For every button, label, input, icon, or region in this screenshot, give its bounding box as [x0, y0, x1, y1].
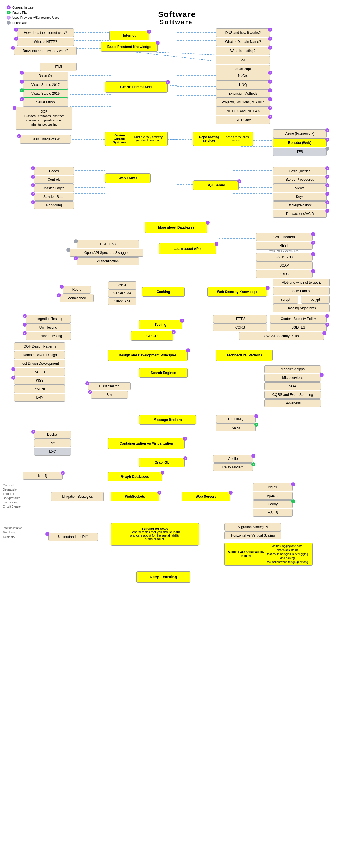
node-web-servers[interactable]: Web Servers — [182, 492, 230, 501]
node-arch-patterns[interactable]: Architectural Patterns — [216, 349, 273, 361]
node-unit-testing[interactable]: Unit Testing — [26, 323, 71, 332]
node-observability[interactable]: Building with Observability in mind Metr… — [224, 543, 313, 566]
node-serverless[interactable]: Serverless — [264, 399, 321, 407]
node-more-databases[interactable]: More about Databases — [145, 222, 207, 233]
node-internet[interactable]: Internet — [109, 31, 149, 40]
node-rendering[interactable]: Rendering — [34, 201, 74, 209]
node-https[interactable]: HTTPS — [213, 315, 267, 323]
node-tdd[interactable]: Test Driven Development — [14, 360, 65, 368]
node-http[interactable]: What is HTTP? — [17, 37, 74, 46]
node-elasticsearch[interactable]: Elasticsearch — [88, 382, 131, 390]
node-session[interactable]: Session State — [34, 193, 74, 200]
node-containerization[interactable]: Containerization vs Virtualization — [108, 438, 185, 449]
node-cors[interactable]: CORS — [213, 323, 267, 332]
node-vs2017[interactable]: Visual Studio 2017 — [23, 81, 68, 89]
node-solid[interactable]: SOLID — [14, 368, 65, 376]
node-redis[interactable]: Redis — [63, 286, 91, 293]
node-css[interactable]: CSS — [216, 56, 270, 64]
node-cicd[interactable]: CI / CD — [131, 331, 173, 341]
node-linq[interactable]: LINQ — [216, 81, 270, 89]
node-vs2019[interactable]: Visual Studio 2019 — [23, 89, 68, 98]
node-apache[interactable]: Apache — [253, 492, 293, 500]
node-graph-databases[interactable]: Graph Databases — [108, 472, 162, 482]
node-dns[interactable]: DNS and how it works? — [216, 28, 270, 37]
node-scrypt[interactable]: scrypt — [273, 296, 298, 304]
node-server-side[interactable]: Server Side — [108, 289, 136, 297]
node-html[interactable]: HTML — [40, 63, 77, 71]
node-md5[interactable]: MD5 and why not to use it — [273, 279, 329, 286]
node-openapi[interactable]: Open API Spec and Swagger — [70, 249, 143, 257]
node-stored-procs[interactable]: Stored Procedures — [273, 176, 327, 184]
node-vcs[interactable]: Version Control SystemsWhat are they and… — [105, 132, 168, 146]
node-pages[interactable]: Pages — [34, 167, 74, 175]
node-views[interactable]: Views — [273, 184, 327, 192]
node-content-security[interactable]: Content Security Policy — [270, 315, 327, 323]
node-sha[interactable]: SHA Family — [273, 287, 329, 295]
node-integration-testing[interactable]: Integration Testing — [26, 315, 71, 323]
node-owasp[interactable]: OWASP Security Risks — [239, 332, 324, 340]
node-masterpages[interactable]: Master Pages — [34, 184, 74, 192]
node-basic-queries[interactable]: Basic Queries — [273, 167, 327, 175]
node-cdn[interactable]: CDN — [108, 281, 136, 289]
node-authentication[interactable]: Authentication — [77, 257, 139, 265]
node-hateoas[interactable]: HATEOAS — [77, 240, 139, 248]
node-neo4j[interactable]: Neo4j — [23, 472, 63, 480]
node-microservices[interactable]: Microservices — [264, 374, 321, 382]
node-json-apis[interactable]: JSON APIs — [256, 253, 313, 261]
node-gof[interactable]: GOF Design Patterns — [14, 342, 65, 350]
node-basic-git[interactable]: Basic Usage of Git — [20, 135, 71, 144]
node-testing[interactable]: Testing — [139, 320, 182, 330]
node-building-scale[interactable]: Building for ScaleGeneral topics that yo… — [111, 523, 199, 546]
node-projects[interactable]: Projects, Solutions, MSBuild — [216, 98, 270, 106]
node-ddd[interactable]: Domain Driven Design — [14, 351, 65, 359]
node-azure[interactable]: Azure (Framework) — [273, 129, 327, 138]
node-kafka[interactable]: Kafka — [216, 424, 256, 431]
node-learn-apis[interactable]: Learn about APIs — [159, 243, 216, 254]
node-domain[interactable]: What is Domain Name? — [216, 37, 270, 46]
node-kiss[interactable]: KISS — [14, 377, 65, 384]
node-websockets[interactable]: WebSockets — [111, 492, 159, 501]
node-solr[interactable]: Solr — [91, 391, 128, 399]
node-cqrs[interactable]: CQRS and Event Sourcing — [264, 391, 321, 399]
node-client-side[interactable]: Client Side — [108, 297, 136, 305]
node-ssltls[interactable]: SSL/TLS — [270, 323, 327, 332]
node-search-engines[interactable]: Search Engines — [139, 368, 188, 378]
node-docker[interactable]: Docker — [34, 431, 71, 438]
node-basiccsharp[interactable]: Basic C# — [23, 72, 68, 80]
node-relay[interactable]: Relay Modern — [213, 463, 253, 471]
node-yagni[interactable]: YAGNI — [14, 385, 65, 393]
node-lxc[interactable]: LXC — [34, 447, 71, 456]
node-sqlserver[interactable]: SQL Server — [193, 181, 239, 190]
node-functional-testing[interactable]: Functional Testing — [26, 332, 71, 340]
node-caching[interactable]: Caching — [142, 287, 185, 297]
node-basic-frontend[interactable]: Basic Frontend Knowledge — [101, 42, 158, 52]
node-tfs[interactable]: TFS — [273, 148, 327, 156]
node-mitigation[interactable]: Mitigation Strategies — [51, 492, 104, 501]
node-dry[interactable]: DRY — [14, 394, 65, 402]
node-design-principles[interactable]: Design and Development Principles — [108, 349, 188, 361]
node-backup[interactable]: Backup/Restore — [273, 201, 327, 209]
node-keys[interactable]: Keys — [273, 193, 327, 200]
node-memcached[interactable]: Memcached — [60, 294, 94, 302]
node-soa[interactable]: SOA — [264, 382, 321, 390]
node-graphql[interactable]: GraphQL — [139, 458, 185, 467]
node-oop[interactable]: OOPClasses, interfaces, abstractclasses,… — [15, 107, 72, 130]
node-hosting[interactable]: What is hosting? — [216, 46, 270, 55]
node-how-internet[interactable]: How does the internet work? — [17, 28, 74, 37]
node-web-security[interactable]: Web Security Knowledge — [207, 287, 267, 297]
node-browsers[interactable]: Browsers and how they work? — [14, 46, 77, 55]
node-horizontal[interactable]: Horizontal vs Vertical Scaling — [224, 531, 281, 539]
node-serialization[interactable]: Serialization — [23, 98, 68, 106]
node-net35[interactable]: .NET 3.5 and .NET 4.5 — [216, 107, 270, 115]
node-bonobo[interactable]: Bonobo (Web) — [273, 138, 327, 147]
node-grpc[interactable]: gRPC — [256, 270, 313, 278]
node-msiis[interactable]: MS IIS — [253, 509, 293, 517]
node-transactions[interactable]: Transactions/ACID — [273, 210, 327, 218]
node-rkt[interactable]: rkt — [34, 439, 71, 447]
node-extension[interactable]: Extension Methods — [216, 89, 270, 98]
node-nginx[interactable]: Nginx — [253, 483, 293, 491]
node-netcore[interactable]: .NET Core — [216, 116, 270, 124]
node-controls[interactable]: Controls — [34, 176, 74, 184]
node-rabbitmq[interactable]: RabbitMQ — [216, 415, 256, 423]
node-coddy[interactable]: Coddy — [253, 500, 293, 508]
